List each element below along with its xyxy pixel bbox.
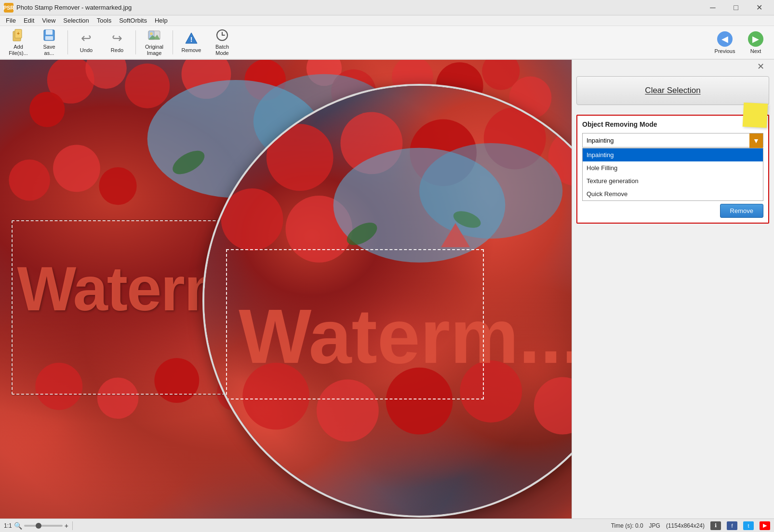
remove-btn-area: Remove [582,204,763,218]
save-icon [42,28,56,42]
undo-label: Undo [80,47,93,53]
toolbar-sep-2 [135,30,136,54]
zoom-out-icon[interactable]: 🔍 [14,522,22,530]
clear-selection-button[interactable]: Clear Selection [576,76,769,105]
menu-file[interactable]: File [2,16,20,25]
window-title: Photo Stamp Remover - watermarked.jpg [16,4,702,11]
svg-point-53 [334,148,506,263]
menu-softorbits[interactable]: SoftOrbits [115,16,151,25]
svg-point-61 [534,377,572,435]
zoom-slider[interactable] [24,525,63,527]
canvas-area[interactable]: Waterm... [0,60,572,519]
panel-close-button[interactable]: ✕ [756,62,765,71]
menu-selection[interactable]: Selection [59,16,93,25]
main-area: Waterm... [0,60,774,519]
dropdown-option-texture-generation[interactable]: Texture generation [583,174,763,187]
statusbar-zoom: 1:1 🔍 + [4,522,68,530]
toolbar-sep-3 [173,30,173,54]
statusbar-right: Time (s): 0.0 JPG (1154x864x24) ℹ f t ▶ [611,521,770,530]
right-panel: ✕ Clear Selection Object Removing Mode I… [572,60,774,519]
dropdown-container[interactable]: Inpainting ▼ Inpainting Hole Filling Tex… [582,133,763,201]
magnifier-selection [226,249,484,399]
dropdown-option-inpainting[interactable]: Inpainting [583,148,763,161]
youtube-icon[interactable]: ▶ [760,521,770,530]
add-file-button[interactable]: + AddFile(s)... [4,28,33,57]
menubar: File Edit View Selection Tools SoftOrbit… [0,15,774,26]
dropdown-list[interactable]: Inpainting Hole Filling Texture generati… [582,148,763,201]
original-image-icon [147,28,161,42]
magnifier-inner: Waterm... [204,86,572,516]
svg-text:!: ! [190,36,193,43]
svg-rect-4 [46,30,53,35]
original-image-label: OriginalImage [145,44,163,56]
facebook-icon[interactable]: f [727,521,737,530]
svg-point-25 [9,160,50,201]
dropdown-option-hole-filling[interactable]: Hole Filling [583,161,763,174]
zoom-in-icon[interactable]: + [65,522,68,530]
dropdown-value: Inpainting [583,137,763,144]
statusbar-sep [72,521,73,530]
titlebar-controls: ─ □ ✕ [702,0,770,15]
toolbar: + AddFile(s)... Saveas... ↩ Undo ↪ Redo [0,26,774,60]
magnifier-overlay: Waterm... [202,84,572,518]
minimize-button[interactable]: ─ [702,0,724,15]
remove-icon: ! [184,31,199,46]
menu-tools[interactable]: Tools [93,16,115,25]
menu-help[interactable]: Help [151,16,172,25]
svg-point-26 [53,145,100,192]
redo-icon: ↪ [110,31,124,46]
info-icon[interactable]: ℹ [710,521,721,530]
object-removing-mode-title: Object Removing Mode [582,120,763,128]
twitter-icon[interactable]: t [743,521,754,530]
remove-button[interactable]: ! Remove [177,28,206,57]
statusbar: 1:1 🔍 + Time (s): 0.0 JPG (1154x864x24) … [0,519,774,532]
svg-point-15 [29,92,65,127]
object-removing-mode-box: Object Removing Mode Inpainting ▼ Inpain… [576,115,769,224]
redo-button[interactable]: ↪ Redo [103,28,132,57]
svg-point-50 [548,129,572,186]
svg-point-43 [169,146,208,179]
menu-edit[interactable]: Edit [20,16,38,25]
sticky-note [743,103,768,128]
svg-point-13 [47,60,94,104]
undo-button[interactable]: ↩ Undo [72,28,101,57]
svg-point-16 [125,64,170,108]
close-button[interactable]: ✕ [748,0,770,15]
panel-content: ✕ Clear Selection Object Removing Mode I… [572,60,774,519]
original-image-button[interactable]: OriginalImage [140,28,169,57]
next-circle: ▶ [748,31,763,47]
svg-point-47 [340,112,402,174]
toolbar-sep-1 [67,30,68,54]
app-icon: PSR [4,3,13,13]
svg-point-49 [484,107,546,170]
svg-point-19 [307,60,342,86]
next-button[interactable]: ▶ Next [741,28,770,57]
time-label: Time (s): 0.0 [611,522,643,529]
prev-circle: ◀ [717,31,733,47]
svg-point-46 [267,124,334,191]
dropdown-option-quick-remove[interactable]: Quick Remove [583,187,763,200]
next-label: Next [750,48,761,54]
format-label: JPG [649,522,660,529]
add-file-icon: + [11,28,26,42]
previous-button[interactable]: ◀ Previous [710,28,739,57]
titlebar: PSR Photo Stamp Remover - watermarked.jp… [0,0,774,15]
svg-point-48 [410,119,477,186]
batch-mode-label: BatchMode [215,44,229,56]
dimensions-label: (1154x864x24) [666,522,705,529]
maximize-button[interactable]: □ [725,0,747,15]
save-as-button[interactable]: Saveas... [35,28,64,57]
toolbar-nav: ◀ Previous ▶ Next [710,28,770,57]
undo-icon: ↩ [79,31,93,46]
svg-point-14 [85,60,127,89]
batch-mode-icon [215,28,229,42]
redo-label: Redo [111,47,123,53]
menu-view[interactable]: View [38,16,59,25]
svg-point-8 [150,32,153,35]
remove-action-button[interactable]: Remove [720,204,763,218]
prev-label: Previous [715,48,735,54]
batch-mode-button[interactable]: BatchMode [208,28,237,57]
magnifier-arrow [441,223,470,247]
svg-point-51 [221,188,283,251]
zoom-slider-thumb [36,523,41,529]
